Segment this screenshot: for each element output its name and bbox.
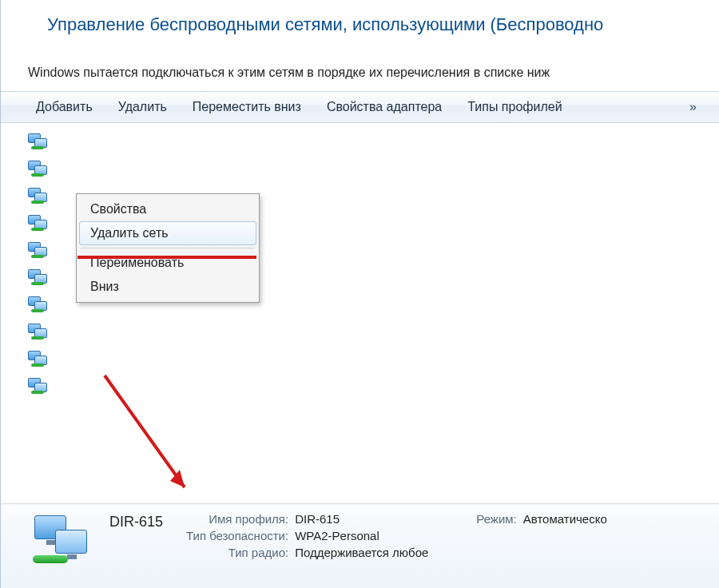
mode-value: Автоматическо (523, 512, 607, 526)
network-icon (28, 130, 50, 153)
network-large-icon (31, 512, 93, 568)
network-icon (28, 375, 50, 397)
details-pane: DIR-615 Имя профиля: DIR-615 Тип безопас… (1, 503, 719, 588)
toolbar: Добавить Удалить Переместить вниз Свойст… (1, 91, 719, 123)
page-title: Управление беспроводными сетями, использ… (47, 14, 692, 35)
toolbar-remove[interactable]: Удалить (105, 92, 180, 122)
toolbar-add[interactable]: Добавить (23, 92, 105, 122)
profile-name-label: Имя профиля: (186, 512, 288, 526)
context-menu: Свойства Удалить сеть Переименовать Вниз (76, 193, 260, 303)
profile-name-value: DIR-615 (295, 512, 428, 526)
page-description: Windows пытается подключаться к этим сет… (1, 38, 719, 91)
mode-label: Режим: (476, 512, 516, 526)
network-icon (28, 157, 50, 180)
context-menu-down[interactable]: Вниз (79, 275, 256, 299)
list-item[interactable] (28, 318, 719, 345)
network-icon (28, 185, 50, 207)
toolbar-move-down[interactable]: Переместить вниз (180, 92, 314, 122)
security-type-value: WPA2-Personal (295, 529, 428, 542)
details-network-name: DIR-615 (109, 512, 183, 530)
context-menu-separator (81, 248, 255, 248)
context-menu-rename[interactable]: Переименовать (79, 251, 256, 275)
network-icon (28, 212, 50, 234)
radio-type-value: Поддерживается любое (295, 546, 428, 559)
security-type-label: Тип безопасности: (186, 529, 288, 542)
toolbar-overflow[interactable]: » (681, 100, 705, 114)
list-item[interactable] (28, 128, 719, 155)
network-icon (28, 320, 50, 343)
network-icon (28, 348, 50, 370)
toolbar-adapter-properties[interactable]: Свойства адаптера (314, 92, 455, 122)
list-item[interactable] (28, 345, 719, 372)
list-item[interactable] (28, 155, 719, 182)
highlight-underline (77, 256, 256, 259)
details-properties: Имя профиля: DIR-615 Тип безопасности: W… (186, 512, 428, 559)
radio-type-label: Тип радио: (186, 546, 288, 559)
wireless-networks-window: Управление беспроводными сетями, использ… (0, 0, 719, 588)
network-icon (28, 266, 50, 288)
toolbar-profile-types[interactable]: Типы профилей (455, 92, 574, 122)
details-mode: Режим: Автоматическо (476, 512, 606, 526)
list-item[interactable] (28, 372, 719, 399)
network-icon (28, 239, 50, 261)
context-menu-properties[interactable]: Свойства (79, 197, 256, 221)
svg-marker-1 (170, 470, 185, 487)
title-area: Управление беспроводными сетями, использ… (1, 0, 719, 38)
context-menu-delete-network[interactable]: Удалить сеть (79, 221, 256, 245)
network-icon (28, 293, 50, 316)
